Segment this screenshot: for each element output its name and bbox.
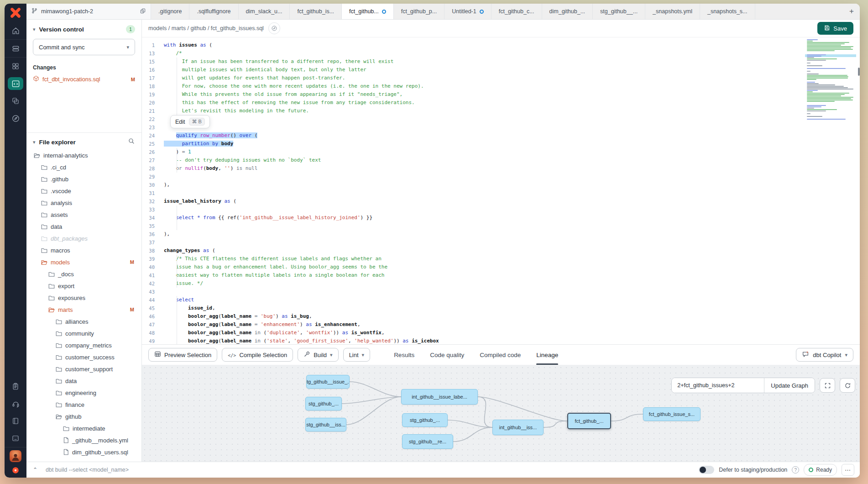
code-line[interactable]: 19 While this prevents the old issue fro… [142, 90, 860, 99]
lineage-selector-input[interactable] [672, 378, 764, 393]
code-line[interactable]: 25 partition by body [142, 140, 860, 148]
lineage-node[interactable]: fct_github_issue_s... [643, 407, 701, 421]
editor-tab[interactable]: fct_github_is... [290, 4, 342, 19]
code-line[interactable]: 31 [142, 189, 860, 197]
code-line[interactable]: 41 easiest way to flatten multiple label… [142, 271, 860, 279]
scrollbar-thumb[interactable] [858, 68, 860, 76]
lineage-node[interactable]: stg_github_... [402, 413, 448, 427]
dbt-labs-button[interactable] [5, 465, 26, 478]
editor-tab[interactable]: stg_github__... [593, 4, 645, 19]
support-button[interactable] [5, 395, 26, 412]
copy-branch-icon[interactable] [140, 8, 146, 16]
collapse-version-control-icon[interactable]: ▾ [33, 26, 36, 32]
defer-toggle[interactable] [699, 466, 714, 474]
dbt-copilot-button[interactable]: dbt Copilot ▾ [796, 348, 853, 362]
more-options-button[interactable]: ⋯ [842, 464, 854, 476]
code-line[interactable]: 23 [142, 123, 860, 132]
tab-lineage[interactable]: Lineage [536, 345, 558, 365]
editor-tab[interactable]: _snapshots.yml [645, 4, 700, 19]
file-tree-folder[interactable]: engineering [33, 387, 135, 399]
file-tree-folder[interactable]: finance [33, 399, 135, 410]
tab-code-quality[interactable]: Code quality [430, 345, 464, 365]
code-line[interactable]: 46 boolor_agg(label_name = 'bug') as is_… [142, 312, 860, 321]
save-button[interactable]: Save [817, 22, 853, 35]
fullscreen-button[interactable] [820, 378, 835, 393]
user-menu-button[interactable] [5, 447, 26, 465]
build-button[interactable]: Build▾ [298, 348, 338, 362]
file-tree-folder[interactable]: internal-analytics [33, 149, 135, 161]
refresh-button[interactable] [840, 378, 855, 393]
file-tree-folder[interactable]: exposures [33, 292, 135, 304]
commit-and-sync-button[interactable]: Commit and sync ▾ [33, 39, 135, 55]
editor-tab[interactable]: .sqlfluffignore [189, 4, 238, 19]
file-tree-folder[interactable]: company_metrics [33, 339, 135, 351]
code-line[interactable]: 28 or nullif(body, '') is null [142, 164, 860, 173]
code-line[interactable]: 34 select * from {{ ref('int_github__iss… [142, 214, 860, 222]
code-line[interactable]: 45 issue_id, [142, 304, 860, 312]
tasks-nav-button[interactable] [5, 378, 26, 395]
editor-tab[interactable]: Untitled-1 [444, 4, 492, 19]
code-line[interactable]: 33 [142, 205, 860, 214]
file-tree-file[interactable]: _github__models.yml [33, 434, 135, 446]
file-tree-folder[interactable]: .ci_cd [33, 161, 135, 173]
code-line[interactable]: 20 this has the effect of removing the n… [142, 99, 860, 107]
editor-tab[interactable]: .gitignore [151, 4, 189, 19]
code-line[interactable]: 42 issue. */ [142, 279, 860, 288]
lineage-node[interactable]: stg_github__re... [402, 434, 453, 449]
lineage-node[interactable]: fct_github_... [567, 413, 611, 429]
file-tree-folder[interactable]: alliances [33, 316, 135, 327]
file-tree-folder[interactable]: modelsM [33, 256, 135, 268]
orchestration-nav-button[interactable] [5, 92, 26, 110]
code-line[interactable]: 48 boolor_agg(label_name in ('duplicate'… [142, 329, 860, 337]
dbt-command-input[interactable] [45, 466, 694, 473]
compile-selection-button[interactable]: </>Compile Selection [222, 348, 293, 362]
file-tree-folder[interactable]: .github [33, 173, 135, 185]
catalog-nav-button[interactable] [5, 57, 26, 75]
file-tree-folder[interactable]: export [33, 280, 135, 292]
file-tree-folder[interactable]: .vscode [33, 185, 135, 197]
home-nav-button[interactable] [5, 22, 26, 39]
code-line[interactable]: 24 qualify row_number() over ( [142, 132, 860, 140]
ide-nav-button[interactable] [5, 75, 26, 92]
code-line[interactable]: 49 boolor_agg(label_name in ('stale', 'g… [142, 337, 860, 344]
editor-tab[interactable]: dim_slack_u... [239, 4, 290, 19]
edit-popup[interactable]: Edit ⌘ B [170, 115, 210, 128]
code-line[interactable]: 26 ) = 1 [142, 148, 860, 156]
help-icon[interactable]: ? [792, 466, 799, 473]
code-line[interactable]: 35 [142, 222, 860, 230]
file-tree-folder[interactable]: community [33, 327, 135, 339]
lineage-node[interactable]: stg_github_... [305, 397, 342, 410]
file-tree-folder[interactable]: assets [33, 209, 135, 221]
code-line[interactable]: 44 select [142, 296, 860, 304]
code-line[interactable]: 43 [142, 288, 860, 296]
tab-compiled-code[interactable]: Compiled code [480, 345, 521, 365]
code-line[interactable]: 13 /* [142, 49, 860, 58]
code-line[interactable]: 32issue_label_history as ( [142, 197, 860, 205]
file-tree-file[interactable]: dim_github_users.sql [33, 446, 135, 458]
code-line[interactable]: 21 Let's revisit this modeling in the fu… [142, 107, 860, 115]
search-icon[interactable] [128, 137, 135, 147]
status-badge[interactable]: Ready [804, 464, 837, 476]
code-line[interactable]: 22 [142, 115, 860, 123]
update-graph-button[interactable]: Update Graph [764, 378, 815, 393]
code-line[interactable]: 30), [142, 181, 860, 189]
code-line[interactable]: 29 [142, 173, 860, 181]
preview-selection-button[interactable]: Preview Selection [148, 348, 217, 362]
code-line[interactable]: 36), [142, 230, 860, 238]
collapse-command-bar-icon[interactable]: ⌃ [30, 467, 40, 473]
explore-nav-button[interactable] [5, 110, 26, 127]
code-line[interactable]: 16 multiple issues with identical body t… [142, 66, 860, 74]
file-tree-folder[interactable]: _docs [33, 268, 135, 280]
file-tree-folder[interactable]: martsM [33, 304, 135, 316]
lineage-node[interactable]: stg_github__issue_... [306, 375, 350, 389]
editor-tab[interactable]: fct_github_c... [492, 4, 542, 19]
tab-results[interactable]: Results [394, 345, 414, 365]
deploy-nav-button[interactable] [5, 39, 26, 57]
file-tree-folder[interactable]: data [33, 375, 135, 387]
file-tree-folder[interactable]: intermediate [33, 422, 135, 434]
code-line[interactable]: 38change_types as ( [142, 247, 860, 255]
file-tree-folder[interactable]: dbt_packages [33, 232, 135, 244]
file-tree-folder[interactable]: macros [33, 244, 135, 256]
git-branch-selector[interactable]: mirnawong1-patch-2 [26, 4, 151, 19]
copilot-compass-icon[interactable] [268, 22, 280, 34]
